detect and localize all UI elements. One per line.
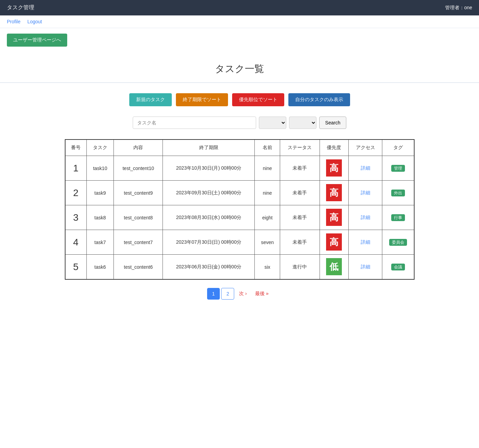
tag-badge[interactable]: 外出 [391, 190, 405, 196]
sort-priority-button[interactable]: 優先順位でソート [232, 93, 284, 106]
col-header-tag: タグ [382, 140, 414, 156]
cell-deadline: 2023年10月30日(月) 00時00分 [163, 156, 255, 181]
detail-link[interactable]: 詳細 [361, 165, 370, 171]
detail-link[interactable]: 詳細 [361, 215, 370, 220]
logout-link[interactable]: Logout [27, 19, 42, 24]
cell-tag[interactable]: 行事 [382, 205, 414, 230]
cell-name: nine [255, 181, 280, 205]
cell-content: test_content9 [114, 181, 163, 205]
cell-content: test_content8 [114, 205, 163, 230]
cell-num: 5 [65, 255, 87, 280]
cell-status: 未着手 [280, 156, 320, 181]
cell-access[interactable]: 詳細 [349, 205, 382, 230]
page-next-button[interactable]: 次 › [236, 288, 250, 300]
col-header-status: ステータス [280, 140, 320, 156]
cell-name: six [255, 255, 280, 280]
admin-label: 管理者：one [445, 5, 472, 11]
cell-task: task9 [86, 181, 114, 205]
cell-task: task6 [86, 255, 114, 280]
cell-num: 4 [65, 230, 87, 255]
cell-status: 未着手 [280, 230, 320, 255]
tag-badge[interactable]: 会議 [391, 264, 405, 270]
cell-task: task7 [86, 230, 114, 255]
page-title: タスク一覧 [0, 62, 479, 75]
cell-priority: 高 [320, 230, 349, 255]
task-table: 番号 タスク 内容 終了期限 名前 ステータス 優先度 アクセス タグ 1 ta… [65, 139, 415, 280]
app-title: タスク管理 [7, 4, 34, 11]
cell-deadline: 2023年07月30日(日) 00時00分 [163, 230, 255, 255]
col-header-deadline: 終了期限 [163, 140, 255, 156]
sort-deadline-button[interactable]: 終了期限でソート [176, 93, 228, 106]
page-header: ユーザー管理ページへ [0, 28, 479, 52]
nav-bar: Profile Logout [0, 15, 479, 28]
table-row: 2 task9 test_content9 2023年09月30日(土) 00時… [65, 181, 414, 205]
search-select-2[interactable] [289, 117, 316, 129]
page-1-button[interactable]: 1 [207, 288, 220, 300]
detail-link[interactable]: 詳細 [361, 264, 370, 269]
cell-num: 1 [65, 156, 87, 181]
cell-access[interactable]: 詳細 [349, 255, 382, 280]
col-header-task: タスク [86, 140, 114, 156]
cell-name: eight [255, 205, 280, 230]
tag-badge[interactable]: 委員会 [389, 239, 407, 246]
cell-deadline: 2023年09月30日(土) 00時00分 [163, 181, 255, 205]
col-header-num: 番号 [65, 140, 87, 156]
task-table-container: 番号 タスク 内容 終了期限 名前 ステータス 優先度 アクセス タグ 1 ta… [58, 139, 421, 280]
col-header-priority: 優先度 [320, 140, 349, 156]
controls-bar: 新規のタスク 終了期限でソート 優先順位でソート 自分のタスクのみ表示 [0, 83, 479, 113]
cell-priority: 高 [320, 181, 349, 205]
pagination: 1 2 次 › 最後 » [0, 280, 479, 308]
cell-content: test_content6 [114, 255, 163, 280]
tag-badge[interactable]: 管理 [391, 165, 405, 172]
table-row: 5 task6 test_content6 2023年06月30日(金) 00時… [65, 255, 414, 280]
cell-num: 2 [65, 181, 87, 205]
cell-deadline: 2023年06月30日(金) 00時00分 [163, 255, 255, 280]
cell-num: 3 [65, 205, 87, 230]
col-header-access: アクセス [349, 140, 382, 156]
cell-name: nine [255, 156, 280, 181]
cell-tag[interactable]: 外出 [382, 181, 414, 205]
table-row: 3 task8 test_content8 2023年08月30日(水) 00時… [65, 205, 414, 230]
my-tasks-button[interactable]: 自分のタスクのみ表示 [288, 93, 350, 106]
search-button[interactable]: Search [319, 117, 346, 129]
new-task-button[interactable]: 新規のタスク [129, 93, 172, 106]
cell-tag[interactable]: 委員会 [382, 230, 414, 255]
cell-task: task8 [86, 205, 114, 230]
cell-task: task10 [86, 156, 114, 181]
cell-tag[interactable]: 会議 [382, 255, 414, 280]
tag-badge[interactable]: 行事 [391, 214, 405, 221]
table-row: 1 task10 test_content10 2023年10月30日(月) 0… [65, 156, 414, 181]
search-select-1[interactable] [259, 117, 286, 129]
cell-priority: 高 [320, 205, 349, 230]
cell-content: test_content7 [114, 230, 163, 255]
table-header-row: 番号 タスク 内容 終了期限 名前 ステータス 優先度 アクセス タグ [65, 140, 414, 156]
cell-status: 進行中 [280, 255, 320, 280]
search-input[interactable] [133, 117, 256, 129]
header: タスク管理 管理者：one [0, 0, 479, 15]
user-mgmt-button[interactable]: ユーザー管理ページへ [7, 34, 67, 47]
profile-link[interactable]: Profile [7, 19, 21, 24]
page-2-button[interactable]: 2 [221, 288, 234, 300]
col-header-content: 内容 [114, 140, 163, 156]
cell-access[interactable]: 詳細 [349, 230, 382, 255]
cell-tag[interactable]: 管理 [382, 156, 414, 181]
detail-link[interactable]: 詳細 [361, 239, 370, 245]
cell-deadline: 2023年08月30日(水) 00時00分 [163, 205, 255, 230]
cell-name: seven [255, 230, 280, 255]
page-last-button[interactable]: 最後 » [252, 288, 272, 300]
col-header-name: 名前 [255, 140, 280, 156]
cell-access[interactable]: 詳細 [349, 181, 382, 205]
search-area: Search [0, 113, 479, 139]
table-row: 4 task7 test_content7 2023年07月30日(日) 00時… [65, 230, 414, 255]
cell-priority: 高 [320, 156, 349, 181]
cell-access[interactable]: 詳細 [349, 156, 382, 181]
cell-status: 未着手 [280, 205, 320, 230]
page-title-section: タスク一覧 [0, 52, 479, 83]
detail-link[interactable]: 詳細 [361, 190, 370, 195]
cell-priority: 低 [320, 255, 349, 280]
cell-content: test_content10 [114, 156, 163, 181]
cell-status: 未着手 [280, 181, 320, 205]
